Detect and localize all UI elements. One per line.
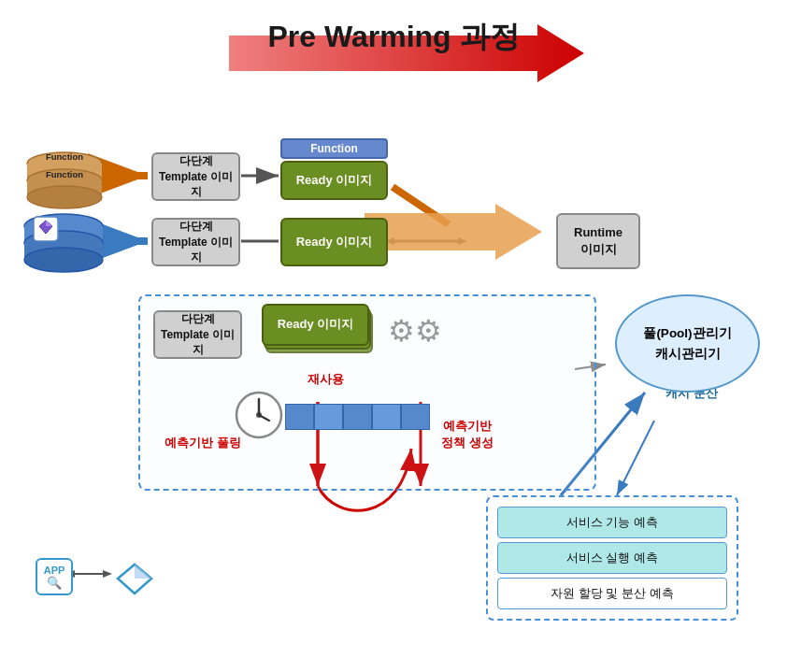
pool-manager-box: 풀(Pool)관리기캐시관리기 — [615, 294, 760, 393]
big-orange-flow-arrow — [365, 204, 542, 260]
ready-box-1: Ready 이미지 — [280, 161, 388, 200]
service-item-2: 서비스 실행 예측 — [497, 542, 727, 574]
clock-icon — [234, 390, 285, 441]
pool-buffer-bar — [285, 404, 430, 430]
bar-seg-2 — [314, 404, 343, 430]
template-box-1: 다단계 Template 이미지 — [151, 152, 240, 201]
bar-seg-4 — [372, 404, 401, 430]
template-label-1: 다단계 Template 이미지 — [153, 153, 238, 200]
db-stack-2 — [17, 206, 110, 280]
predict-policy-text: 예측기반정책 생성 — [441, 419, 494, 450]
app-label-text: APP — [44, 565, 65, 576]
ready-label-3: Ready 이미지 — [278, 316, 354, 333]
service-item-3: 자원 할당 및 분산 예측 — [497, 578, 727, 609]
predict-fold-text: 예측기반 풀링 — [165, 436, 241, 450]
connector-diamond — [116, 563, 153, 599]
function-ready-box-1: Function Ready 이미지 — [280, 138, 388, 206]
template-box-3: 다단계Template 이미지 — [153, 310, 242, 359]
service-item-1: 서비스 기능 예측 — [497, 507, 727, 538]
arrowhead-right — [458, 237, 467, 245]
reuse-label: 재사용 — [297, 371, 353, 388]
runtime-label: Runtime이미지 — [574, 224, 622, 258]
ready-stack-3: Ready 이미지 — [262, 304, 374, 367]
ready-box-3: Ready 이미지 — [262, 304, 369, 346]
service-prediction-box: 서비스 기능 예측 서비스 실행 예측 자원 할당 및 분산 예측 — [486, 495, 738, 621]
predict-fold-label: 예측기반 풀링 — [151, 435, 254, 451]
bar-seg-3 — [343, 404, 372, 430]
arrowhead-app — [103, 570, 112, 578]
service-text-1: 서비스 기능 예측 — [566, 515, 658, 529]
template-label-3: 다단계Template 이미지 — [155, 311, 240, 358]
runtime-box: Runtime이미지 — [556, 213, 640, 269]
service-text-3: 자원 할당 및 분산 예측 — [551, 586, 673, 600]
function-label-box: Function — [280, 138, 388, 159]
page-title: Pre Warming 과정 — [267, 17, 519, 58]
svg-text:Function: Function — [46, 151, 83, 162]
app-icon: APP 🔍 — [36, 558, 73, 595]
ready-box-2: Ready 이미지 — [280, 218, 388, 266]
db-stack-1: Function Function — [21, 145, 109, 215]
function-label-text: Function — [310, 142, 358, 155]
template-label-2: 다단계 Template 이미지 — [153, 219, 238, 265]
gear-icon: ⚙⚙ — [388, 313, 442, 349]
arrow-ready1-runtime — [393, 187, 449, 224]
arrow-pool-service — [617, 421, 654, 495]
svg-point-18 — [24, 248, 103, 272]
bar-seg-1 — [285, 404, 314, 430]
title-area: Pre Warming 과정 — [0, 17, 787, 58]
template-box-2: 다단계 Template 이미지 — [151, 218, 240, 266]
pool-label-text: 풀(Pool)관리기캐시관리기 — [643, 323, 731, 364]
app-magnifier: 🔍 — [47, 576, 62, 590]
ready-label-1: Ready 이미지 — [296, 172, 373, 189]
predict-policy-label: 예측기반정책 생성 — [416, 418, 519, 451]
reuse-text: 재사용 — [308, 372, 344, 386]
service-text-2: 서비스 실행 예측 — [566, 550, 658, 565]
ready-label-2: Ready 이미지 — [296, 234, 373, 250]
dashed-pool-area: 다단계Template 이미지 Ready 이미지 ⚙⚙ — [138, 294, 596, 491]
svg-text:Function: Function — [46, 169, 83, 179]
